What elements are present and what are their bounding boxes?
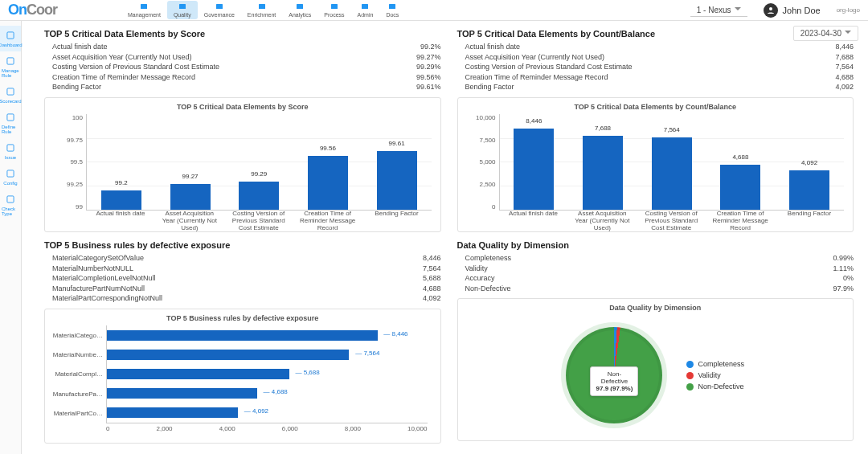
- list-item: Validity1.11%: [465, 264, 854, 274]
- topnav-analytics[interactable]: Analytics: [282, 1, 317, 19]
- sidebar-check type[interactable]: Check Type: [0, 190, 21, 220]
- sidebar-manage rule[interactable]: Manage Rule: [0, 51, 21, 82]
- panel-rules: TOP 5 Business rules by defective exposu…: [44, 240, 441, 444]
- svg-rect-4: [297, 4, 303, 9]
- chart-bar[interactable]: 99.27: [170, 184, 211, 210]
- svg-rect-3: [259, 4, 265, 9]
- brand-logo: OnCoor: [8, 2, 57, 18]
- chart-bar[interactable]: 8,446: [514, 129, 554, 210]
- svg-rect-12: [7, 114, 14, 121]
- svg-rect-2: [216, 4, 223, 9]
- chart-bar[interactable]: — 4,092: [107, 407, 238, 418]
- list-item: Non-Defective97.9%: [465, 284, 854, 294]
- chart-bar[interactable]: 4,092: [789, 170, 829, 210]
- svg-rect-10: [7, 58, 14, 64]
- list-item: Costing Version of Previous Standard Cos…: [52, 62, 441, 72]
- legend-item[interactable]: Validity: [686, 371, 744, 379]
- panel-title: TOP 5 Critical Data Elements by Score: [44, 29, 441, 39]
- list-item: Costing Version of Previous Standard Cos…: [465, 62, 854, 72]
- chart-bar[interactable]: 99.61: [377, 151, 417, 210]
- chart-bar[interactable]: 99.2: [101, 190, 141, 210]
- chart-bar[interactable]: 4,688: [720, 165, 760, 210]
- date-picker[interactable]: 2023-04-30: [793, 26, 858, 41]
- panel-count: TOP 5 Critical Data Elements by Count/Ba…: [457, 29, 854, 232]
- panel-title: Data Quality by Dimension: [457, 240, 854, 250]
- panel-title: TOP 5 Business rules by defective exposu…: [44, 240, 441, 250]
- svg-rect-9: [7, 32, 14, 39]
- list-item: Actual finish date8,446: [465, 42, 854, 52]
- topnav-process[interactable]: Process: [317, 1, 350, 19]
- chevron-down-icon: [735, 7, 741, 14]
- chart-bar[interactable]: — 5,688: [107, 369, 289, 379]
- svg-rect-7: [389, 4, 395, 9]
- list-item: Actual finish date99.2%: [52, 42, 441, 52]
- chart-tooltip: Non-Defective 97.9 (97.9%): [590, 366, 638, 396]
- pie-chart: Non-Defective 97.9 (97.9%): [566, 327, 662, 423]
- list-item: Asset Acquisition Year (Currently Not Us…: [465, 52, 854, 63]
- topnav-docs[interactable]: Docs: [379, 1, 405, 19]
- sidebar-dashboard[interactable]: Dashboard: [0, 26, 21, 51]
- list-item: MaterialCompletionLevelNotNull5,688: [52, 273, 441, 284]
- list-item: Completeness0.99%: [465, 253, 854, 264]
- chart-bar[interactable]: 7,688: [583, 136, 623, 209]
- chart-score: TOP 5 Critical Data Elements by Score 10…: [44, 97, 441, 232]
- list-item: Asset Acquisition Year (Currently Not Us…: [52, 52, 441, 63]
- environment-select[interactable]: 1 - Nexus: [690, 4, 747, 17]
- chart-legend: CompletenessValidityNon-Defective: [686, 360, 744, 391]
- topnav-management[interactable]: Management: [121, 1, 167, 19]
- list-item: Bending Factor99.61%: [52, 82, 441, 92]
- list-item: Accuracy0%: [465, 273, 854, 284]
- svg-rect-15: [7, 196, 14, 202]
- list-item: MaterialPartCorrespondingNotNull4,092: [52, 293, 441, 304]
- chart-bar[interactable]: 99.56: [308, 156, 348, 210]
- sidebar: DashboardManage RuleScorecardDefine Rule…: [0, 21, 22, 454]
- legend-item[interactable]: Non-Defective: [686, 382, 744, 391]
- user-name: John Doe: [783, 6, 821, 15]
- list-item: MaterialCategorySetOfValue8,446: [52, 253, 441, 264]
- chart-title: Data Quality by Dimension: [463, 304, 849, 312]
- dashboard-content: TOP 5 Critical Data Elements by Score Ac…: [22, 21, 868, 454]
- chart-bar[interactable]: 99.29: [239, 182, 279, 210]
- user-menu[interactable]: John Doe: [764, 3, 821, 18]
- chart-bar[interactable]: — 8,446: [107, 330, 378, 341]
- svg-rect-13: [7, 145, 14, 151]
- panel-score: TOP 5 Critical Data Elements by Score Ac…: [44, 29, 441, 232]
- chevron-down-icon: [845, 31, 851, 37]
- chart-title: TOP 5 Critical Data Elements by Score: [50, 103, 436, 111]
- topnav-admin[interactable]: Admin: [351, 1, 380, 19]
- topnav-governance[interactable]: Governance: [198, 1, 241, 19]
- sidebar-define rule[interactable]: Define Rule: [0, 108, 21, 138]
- topnav-enrichment[interactable]: Enrichment: [241, 1, 282, 19]
- sidebar-config[interactable]: Config: [0, 164, 21, 190]
- chart-title: TOP 5 Business rules by defective exposu…: [50, 314, 436, 322]
- sidebar-scorecard[interactable]: Scorecard: [0, 82, 21, 108]
- avatar-icon: [764, 3, 778, 18]
- org-logo: org-logo: [837, 7, 860, 14]
- list-item: Creation Time of Reminder Message Record…: [465, 72, 854, 83]
- svg-rect-14: [7, 170, 14, 177]
- svg-rect-1: [179, 4, 186, 9]
- topnav-quality[interactable]: Quality: [167, 1, 198, 19]
- top-bar: OnCoor ManagementQualityGovernanceEnrich…: [0, 0, 868, 21]
- svg-point-8: [769, 7, 772, 10]
- list-item: Creation Time of Reminder Message Record…: [52, 72, 441, 83]
- chart-bar[interactable]: — 7,564: [107, 350, 349, 360]
- chart-bar[interactable]: 7,564: [652, 137, 692, 210]
- panel-dimension: Data Quality by Dimension Completeness0.…: [457, 240, 854, 444]
- legend-item[interactable]: Completeness: [686, 360, 744, 368]
- svg-rect-0: [141, 4, 147, 9]
- list-item: Bending Factor4,092: [465, 82, 854, 92]
- chart-rules: TOP 5 Business rules by defective exposu…: [44, 309, 441, 444]
- svg-rect-5: [331, 4, 338, 9]
- top-nav: ManagementQualityGovernanceEnrichmentAna…: [121, 1, 405, 19]
- chart-title: TOP 5 Critical Data Elements by Count/Ba…: [463, 103, 849, 111]
- chart-dimension: Data Quality by Dimension Non-Defective …: [457, 298, 854, 441]
- sidebar-issue[interactable]: Issue: [0, 138, 21, 164]
- svg-rect-11: [7, 88, 14, 95]
- list-item: MaterialNumberNotNULL7,564: [52, 264, 441, 274]
- chart-bar[interactable]: — 4,688: [107, 388, 257, 399]
- list-item: ManufacturePartNumNotNull4,688: [52, 284, 441, 294]
- svg-rect-6: [362, 4, 368, 9]
- chart-count: TOP 5 Critical Data Elements by Count/Ba…: [457, 97, 854, 232]
